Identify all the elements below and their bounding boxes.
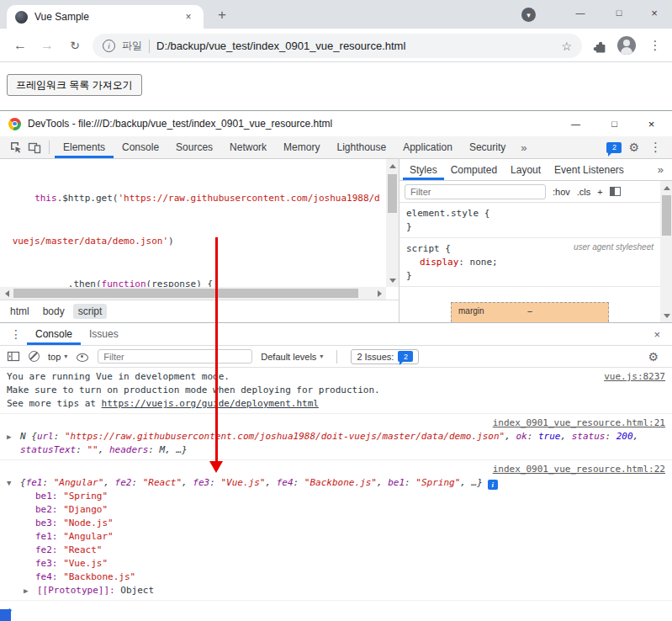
value-info-icon[interactable]: i (488, 480, 498, 490)
new-tab-button[interactable]: + (212, 5, 232, 25)
profile-avatar[interactable] (617, 36, 636, 55)
elements-vertical-scrollbar[interactable] (386, 159, 399, 287)
tab-security[interactable]: Security (461, 136, 514, 158)
new-style-rule-button[interactable]: + (597, 187, 602, 197)
tab-network[interactable]: Network (221, 136, 275, 158)
tab-console[interactable]: Console (114, 136, 167, 158)
source-link[interactable]: index_0901_vue_resource.html:22 (7, 463, 665, 476)
dropdown-caret-icon: ▾ (320, 353, 323, 360)
console-prompt[interactable]: › (0, 601, 672, 619)
window-close-button[interactable]: × (638, 0, 671, 25)
issues-chip[interactable]: 2 Issues: 2 (351, 349, 419, 364)
source-link[interactable]: index_0901_vue_resource.html:21 (7, 417, 665, 430)
window-maximize-button[interactable]: □ (602, 0, 636, 25)
browser-tab[interactable]: Vue Sample × (7, 5, 204, 29)
devtools-menu-icon[interactable]: ⋮ (646, 140, 665, 155)
issues-badge[interactable]: 2 (606, 142, 622, 153)
toggle-hover-button[interactable]: :hov (553, 187, 570, 197)
code-line[interactable]: this.$http.get('https://raw.githubuserco… (7, 191, 386, 205)
tab-layout[interactable]: Layout (504, 159, 548, 180)
devtools-maximize-button[interactable]: □ (595, 111, 633, 136)
tab-styles[interactable]: Styles (403, 159, 444, 180)
scroll-left-arrow[interactable] (0, 287, 13, 300)
address-bar[interactable]: i 파일 ☆ (93, 34, 582, 58)
console-sidebar-icon[interactable] (7, 350, 20, 363)
expand-triangle-icon[interactable]: ▶ (7, 430, 20, 443)
tab-lighthouse[interactable]: Lighthouse (328, 136, 394, 158)
css-property-name[interactable]: display (420, 257, 458, 268)
drawer-close-icon[interactable]: × (647, 328, 667, 341)
live-expression-eye-icon[interactable] (76, 350, 89, 364)
deployment-tips-link[interactable]: https://vuejs.org/guide/deployment.html (102, 398, 319, 409)
console-messages: vue.js:8237 You are running Vue in devel… (0, 368, 672, 621)
drawer-tab-issues[interactable]: Issues (81, 323, 127, 345)
rule-selector[interactable]: element.style (406, 208, 479, 219)
scroll-down-arrow[interactable] (386, 274, 399, 287)
devtools-close-button[interactable]: × (632, 111, 670, 136)
style-rule-element[interactable]: element.style { } (399, 203, 660, 237)
address-input[interactable] (156, 40, 554, 52)
site-info-icon[interactable]: i (103, 40, 115, 52)
more-sidebar-tabs-icon[interactable]: » (653, 163, 669, 176)
scrollbar-thumb[interactable] (662, 195, 671, 236)
tab-event-listeners[interactable]: Event Listeners (548, 159, 631, 180)
toggle-class-button[interactable]: .cls (577, 187, 591, 197)
object-preview-line[interactable]: ▼{fe1: "Angular", fe2: "React", fe3: "Vu… (7, 476, 665, 490)
devtools-minimize-button[interactable]: — (557, 111, 595, 136)
tab-search-button[interactable]: ▾ (521, 8, 536, 22)
devtools-settings-gear-icon[interactable]: ⚙ (622, 141, 646, 154)
scroll-down-arrow[interactable] (660, 310, 672, 322)
box-model-margin[interactable]: margin – (451, 302, 609, 322)
forward-button[interactable]: → (38, 36, 56, 55)
scrollbar-thumb[interactable] (388, 174, 397, 213)
back-button[interactable]: ← (11, 36, 29, 55)
window-minimize-button[interactable]: — (564, 0, 597, 25)
tab-computed[interactable]: Computed (444, 159, 504, 180)
code-line[interactable]: .then(function(response) { (7, 277, 386, 287)
source-link[interactable]: vue.js:8237 (604, 370, 665, 384)
collapse-triangle-icon[interactable]: ▼ (7, 476, 20, 490)
code-line[interactable]: vuejs/master/data/demo.json') (7, 234, 386, 248)
object-preview-line[interactable]: ▶N {url: "https://raw.githubusercontent.… (7, 430, 665, 443)
styles-filter-input[interactable] (405, 184, 546, 199)
css-property-value[interactable]: : none; (458, 257, 497, 268)
tab-sources[interactable]: Sources (167, 136, 221, 158)
box-model-margin-value[interactable]: – (527, 306, 532, 316)
styles-vertical-scrollbar[interactable] (660, 181, 672, 322)
toolbar-separator (49, 141, 50, 154)
scrollbar-thumb[interactable] (13, 289, 358, 298)
expand-triangle-icon[interactable]: ▶ (24, 584, 37, 597)
rule-open-brace: { (440, 243, 451, 254)
drawer-tab-console[interactable]: Console (27, 323, 81, 345)
tab-application[interactable]: Application (394, 136, 461, 158)
scroll-up-arrow[interactable] (660, 181, 672, 194)
bookmark-star-icon[interactable]: ☆ (561, 40, 572, 53)
elements-horizontal-scrollbar[interactable] (0, 287, 386, 300)
scroll-up-arrow[interactable] (386, 159, 399, 172)
style-rule-script[interactable]: user agent stylesheet script { display: … (399, 238, 660, 286)
breadcrumb-html[interactable]: html (5, 304, 34, 319)
console-message-response-data: index_0901_vue_resource.html:22 ▼{fe1: "… (0, 460, 672, 601)
inspect-element-icon[interactable] (7, 136, 25, 158)
console-settings-gear-icon[interactable]: ⚙ (641, 350, 665, 364)
computed-sidebar-toggle-icon[interactable] (610, 187, 621, 196)
device-toolbar-icon[interactable] (25, 136, 44, 158)
reload-button[interactable]: ↻ (66, 36, 84, 55)
prototype-row[interactable]: ▶[[Prototype]]: Object (7, 584, 665, 597)
scroll-right-arrow[interactable] (373, 287, 386, 300)
context-selector[interactable]: top ▾ (48, 352, 67, 362)
drawer-menu-icon[interactable]: ⋮ (5, 327, 27, 341)
extensions-puzzle-icon[interactable] (592, 39, 606, 56)
tab-elements[interactable]: Elements (55, 136, 114, 158)
browser-menu-icon[interactable]: ⋮ (647, 37, 664, 54)
more-tabs-icon[interactable]: » (514, 141, 533, 154)
breadcrumb-body[interactable]: body (38, 304, 70, 319)
log-levels-selector[interactable]: Default levels ▾ (261, 352, 323, 362)
breadcrumb-script[interactable]: script (73, 304, 108, 319)
rule-selector[interactable]: script (406, 243, 440, 254)
get-framework-list-button[interactable]: 프레임워크 목록 가져오기 (7, 74, 142, 96)
clear-console-icon[interactable] (29, 351, 40, 362)
tab-close-icon[interactable]: × (182, 10, 195, 24)
tab-memory[interactable]: Memory (275, 136, 328, 158)
console-filter-input[interactable] (98, 349, 252, 364)
